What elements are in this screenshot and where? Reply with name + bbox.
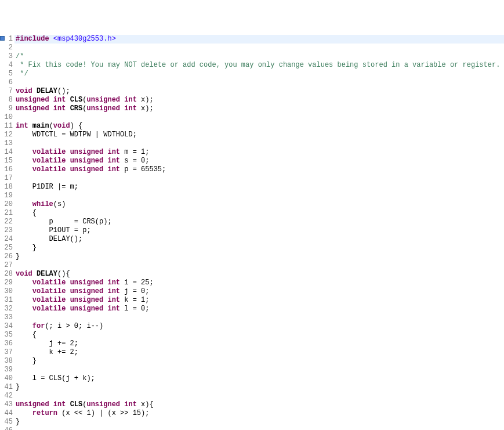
code-line[interactable]: 23 P1OUT = p;	[0, 226, 504, 235]
code-line[interactable]: 11int main(void) {	[0, 122, 504, 131]
line-number: 18	[0, 183, 14, 191]
code-line[interactable]: 6	[0, 78, 504, 87]
code-line[interactable]: 30 volatile unsigned int j = 0;	[0, 287, 504, 296]
token-kw: int	[107, 279, 120, 287]
code-content[interactable]: }	[14, 418, 504, 427]
code-line[interactable]: 17	[0, 174, 504, 183]
code-line[interactable]: 28void DELAY(){	[0, 270, 504, 279]
code-content[interactable]: j += 2;	[14, 339, 504, 348]
code-content[interactable]: {	[14, 331, 504, 339]
code-content[interactable]: l = CLS(j + k);	[14, 374, 504, 383]
token-kw: int	[107, 287, 120, 295]
code-line[interactable]: 34 for(; i > 0; i--)	[0, 322, 504, 331]
code-content[interactable]: }	[14, 252, 504, 261]
code-content[interactable]: }	[14, 244, 504, 252]
code-line[interactable]: 37 k += 2;	[0, 348, 504, 357]
code-line[interactable]: 35 {	[0, 331, 504, 339]
code-content[interactable]: volatile unsigned int m = 1;	[14, 148, 504, 157]
code-content[interactable]: volatile unsigned int i = 25;	[14, 279, 504, 287]
code-content[interactable]: #include <msp430g2553.h>	[14, 35, 504, 44]
code-content[interactable]: int main(void) {	[14, 122, 504, 131]
code-content[interactable]: p = CRS(p);	[14, 218, 504, 226]
code-line[interactable]: 40 l = CLS(j + k);	[0, 374, 504, 383]
code-line[interactable]: 4 * Fix this code! You may NOT delete or…	[0, 61, 504, 70]
code-line[interactable]: 38 }	[0, 357, 504, 366]
code-line[interactable]: 41}	[0, 383, 504, 392]
token-punct: m = 1;	[120, 148, 149, 156]
code-content[interactable]: P1DIR |= m;	[14, 183, 504, 191]
code-content[interactable]: void DELAY();	[14, 87, 504, 96]
token-include-file: <msp430g2553.h>	[53, 35, 116, 43]
token-kw: int	[124, 104, 137, 113]
code-content[interactable]: {	[14, 209, 504, 218]
code-line[interactable]: 44 return (x << 1) | (x >> 15);	[0, 409, 504, 418]
code-line[interactable]: 1#include <msp430g2553.h>	[0, 35, 504, 44]
code-line[interactable]: 10	[0, 113, 504, 122]
code-line[interactable]: 14 volatile unsigned int m = 1;	[0, 148, 504, 157]
code-line[interactable]: 3/*	[0, 52, 504, 61]
code-line[interactable]: 26}	[0, 252, 504, 261]
code-content[interactable]: }	[14, 383, 504, 392]
code-content[interactable]: volatile unsigned int k = 1;	[14, 296, 504, 305]
code-editor[interactable]: 1#include <msp430g2553.h>23/*4 * Fix thi…	[0, 35, 504, 430]
code-line[interactable]: 8unsigned int CLS(unsigned int x);	[0, 96, 504, 104]
code-content[interactable]: for(; i > 0; i--)	[14, 322, 504, 331]
code-content[interactable]: */	[14, 70, 504, 78]
code-content[interactable]: }	[14, 357, 504, 366]
code-content[interactable]: unsigned int CLS(unsigned int x){	[14, 400, 504, 409]
code-content[interactable]: unsigned int CLS(unsigned int x);	[14, 96, 504, 104]
code-content[interactable]: P1OUT = p;	[14, 226, 504, 235]
token-punct: {	[16, 331, 37, 339]
code-line[interactable]: 20 while(s)	[0, 200, 504, 209]
code-line[interactable]: 22 p = CRS(p);	[0, 218, 504, 226]
code-line[interactable]: 18 P1DIR |= m;	[0, 183, 504, 191]
code-content[interactable]: volatile unsigned int j = 0;	[14, 287, 504, 296]
token-punct	[16, 296, 32, 304]
token-punct	[16, 279, 32, 287]
code-line[interactable]: 15 volatile unsigned int s = 0;	[0, 157, 504, 165]
code-line[interactable]: 31 volatile unsigned int k = 1;	[0, 296, 504, 305]
code-line[interactable]: 12 WDTCTL = WDTPW | WDTHOLD;	[0, 131, 504, 139]
token-func: DELAY	[37, 270, 57, 278]
code-content[interactable]: volatile unsigned int p = 65535;	[14, 165, 504, 174]
code-content[interactable]: volatile unsigned int l = 0;	[14, 305, 504, 313]
code-line[interactable]: 24 DELAY();	[0, 235, 504, 244]
code-content[interactable]: DELAY();	[14, 235, 504, 244]
code-line[interactable]: 33	[0, 313, 504, 322]
code-line[interactable]: 9unsigned int CRS(unsigned int x);	[0, 104, 504, 113]
code-line[interactable]: 46	[0, 427, 504, 430]
token-punct: (; i > 0; i--)	[45, 322, 103, 330]
line-number: 37	[0, 348, 14, 357]
token-kw: int	[53, 104, 66, 113]
code-line[interactable]: 29 volatile unsigned int i = 25;	[0, 279, 504, 287]
line-number: 36	[0, 339, 14, 348]
code-line[interactable]: 2	[0, 44, 504, 52]
code-content[interactable]: * Fix this code! You may NOT delete or a…	[14, 61, 504, 70]
code-line[interactable]: 42	[0, 392, 504, 400]
code-line[interactable]: 19	[0, 191, 504, 200]
code-content[interactable]: while(s)	[14, 200, 504, 209]
code-content[interactable]: unsigned int CRS(unsigned int x);	[14, 104, 504, 113]
token-punct: x){	[137, 400, 154, 409]
code-line[interactable]: 39	[0, 366, 504, 374]
code-line[interactable]: 32 volatile unsigned int l = 0;	[0, 305, 504, 313]
code-line[interactable]: 43unsigned int CLS(unsigned int x){	[0, 400, 504, 409]
code-content[interactable]: /*	[14, 52, 504, 61]
code-content[interactable]: volatile unsigned int s = 0;	[14, 157, 504, 165]
code-content[interactable]: return (x << 1) | (x >> 15);	[14, 409, 504, 418]
code-content[interactable]: k += 2;	[14, 348, 504, 357]
token-kw: unsigned	[70, 287, 104, 295]
token-punct	[49, 104, 53, 113]
code-line[interactable]: 16 volatile unsigned int p = 65535;	[0, 165, 504, 174]
code-line[interactable]: 13	[0, 139, 504, 148]
code-line[interactable]: 7void DELAY();	[0, 87, 504, 96]
code-line[interactable]: 25 }	[0, 244, 504, 252]
code-line[interactable]: 36 j += 2;	[0, 339, 504, 348]
token-punct	[32, 270, 37, 278]
code-content[interactable]: void DELAY(){	[14, 270, 504, 279]
code-line[interactable]: 45}	[0, 418, 504, 427]
code-line[interactable]: 5 */	[0, 70, 504, 78]
code-line[interactable]: 21 {	[0, 209, 504, 218]
code-content[interactable]: WDTCTL = WDTPW | WDTHOLD;	[14, 131, 504, 139]
code-line[interactable]: 27	[0, 261, 504, 270]
